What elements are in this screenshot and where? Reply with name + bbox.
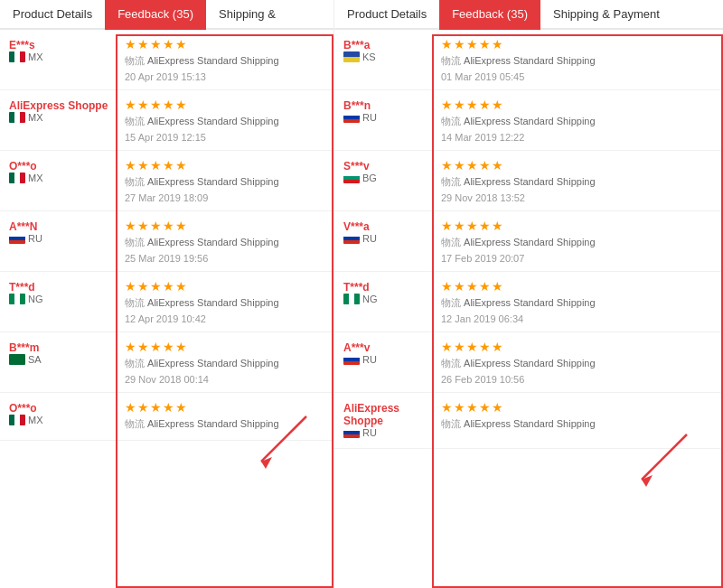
shipping-service: AliExpress Standard Shipping [147,358,279,369]
shipping-text: 物流 AliExpress Standard Shipping [125,54,326,68]
flag-icon [9,173,25,183]
shipping-prefix: 物流 [441,176,461,187]
user-col: A***v RU [334,332,434,392]
country-code: SA [28,354,42,365]
left-tab-bar: Product Details Feedback (35) Shipping & [0,0,333,30]
right-tab-product-details[interactable]: Product Details [334,0,439,30]
username: S***v [343,160,427,173]
review-content: ★★★★★ 物流 AliExpress Standard Shipping 26… [434,332,723,392]
star-icon: ★ [163,98,174,112]
country-code: MX [28,51,43,62]
review-content: ★★★★★ 物流 AliExpress Standard Shipping 12… [434,272,723,331]
shipping-prefix: 物流 [125,55,145,66]
user-col: V***a RU [334,211,434,271]
country-flag: MX [9,112,43,123]
flag-icon [343,233,360,244]
country-flag: MX [9,173,43,183]
shipping-prefix: 物流 [441,116,461,126]
review-content: ★★★★★ 物流 AliExpress Standard Shipping 20… [117,30,333,89]
review-row: O***o MX ★★★★★ 物流 AliExpress Standard Sh… [0,393,333,441]
star-icon: ★ [175,340,187,354]
right-tab-shipping[interactable]: Shipping & Payment [540,0,672,30]
review-row: AliExpress Shoppe MX ★★★★★ 物流 AliExpress… [0,90,333,151]
review-content: ★★★★★ 物流 AliExpress Standard Shipping 12… [117,272,333,331]
review-date: 15 Apr 2019 12:15 [125,132,326,143]
left-tab-product-details[interactable]: Product Details [0,0,105,30]
user-col: O***o MX [0,151,117,210]
shipping-service: AliExpress Standard Shipping [464,55,596,66]
review-content: ★★★★★ 物流 AliExpress Standard Shipping 17… [434,211,723,271]
review-date: 25 Mar 2019 19:56 [125,253,326,264]
shipping-text: 物流 AliExpress Standard Shipping [125,175,326,189]
star-icon: ★ [492,279,503,294]
shipping-text: 物流 AliExpress Standard Shipping [125,296,326,310]
left-tab-feedback[interactable]: Feedback (35) [105,0,206,30]
star-icon: ★ [466,98,478,112]
country-flag: BG [343,173,377,183]
country-flag: NG [9,294,43,304]
review-date: 26 Feb 2019 10:56 [441,374,716,385]
shipping-prefix: 物流 [125,418,145,429]
star-icon: ★ [492,37,503,51]
star-icon: ★ [137,37,149,51]
star-icon: ★ [175,219,187,233]
star-icon: ★ [441,158,453,173]
star-rating: ★★★★★ [125,98,326,112]
star-icon: ★ [466,37,478,51]
username: B***m [9,341,110,354]
user-col: AliExpress Shoppe RU [334,393,434,448]
username: O***o [9,160,110,173]
right-review-list: B***a KS ★★★★★ 物流 AliExpress Standard Sh… [334,30,723,583]
shipping-service: AliExpress Standard Shipping [147,297,279,308]
star-icon: ★ [125,98,136,112]
star-icon: ★ [454,400,465,415]
shipping-text: 物流 AliExpress Standard Shipping [441,357,716,370]
star-icon: ★ [137,400,149,415]
star-icon: ★ [479,400,491,415]
left-panel: Product Details Feedback (35) Shipping &… [0,0,334,588]
star-icon: ★ [479,279,491,294]
star-icon: ★ [137,279,149,294]
review-row: O***o MX ★★★★★ 物流 AliExpress Standard Sh… [0,151,333,211]
user-col: T***d NG [334,272,434,331]
country-flag: RU [343,354,377,365]
review-date: 27 Mar 2019 18:09 [125,192,326,203]
star-icon: ★ [137,219,149,233]
star-icon: ★ [125,279,136,294]
review-row: T***d NG ★★★★★ 物流 AliExpress Standard Sh… [0,272,333,332]
shipping-service: AliExpress Standard Shipping [147,237,279,247]
review-content: ★★★★★ 物流 AliExpress Standard Shipping 14… [434,90,723,150]
username: A***v [343,341,427,354]
star-icon: ★ [150,400,162,415]
country-flag: NG [343,294,378,304]
star-rating: ★★★★★ [125,400,326,415]
shipping-service: AliExpress Standard Shipping [147,116,279,126]
shipping-prefix: 物流 [441,358,461,369]
right-panel: Product Details Feedback (35) Shipping &… [334,0,723,588]
star-icon: ★ [479,37,491,51]
review-date: 20 Apr 2019 15:13 [125,71,326,82]
country-code: RU [362,427,377,438]
left-tab-shipping[interactable]: Shipping & [206,0,288,30]
review-row: B***m SA ★★★★★ 物流 AliExpress Standard Sh… [0,332,333,393]
username: AliExpress Shoppe [9,99,110,112]
star-icon: ★ [492,340,503,354]
review-content: ★★★★★ 物流 AliExpress Standard Shipping [434,393,723,448]
star-icon: ★ [150,158,162,173]
star-rating: ★★★★★ [125,279,326,294]
star-icon: ★ [125,37,136,51]
country-flag: MX [9,51,43,62]
star-icon: ★ [175,37,187,51]
star-icon: ★ [479,219,491,233]
shipping-text: 物流 AliExpress Standard Shipping [125,417,326,431]
review-row: A***v RU ★★★★★ 物流 AliExpress Standard Sh… [334,332,723,393]
flag-icon [9,294,25,304]
country-flag: RU [343,427,377,438]
star-icon: ★ [454,37,465,51]
user-col: T***d NG [0,272,117,331]
star-icon: ★ [479,158,491,173]
flag-icon [343,173,360,183]
star-icon: ★ [454,340,465,354]
right-tab-feedback[interactable]: Feedback (35) [439,0,540,30]
country-code: RU [362,354,377,365]
